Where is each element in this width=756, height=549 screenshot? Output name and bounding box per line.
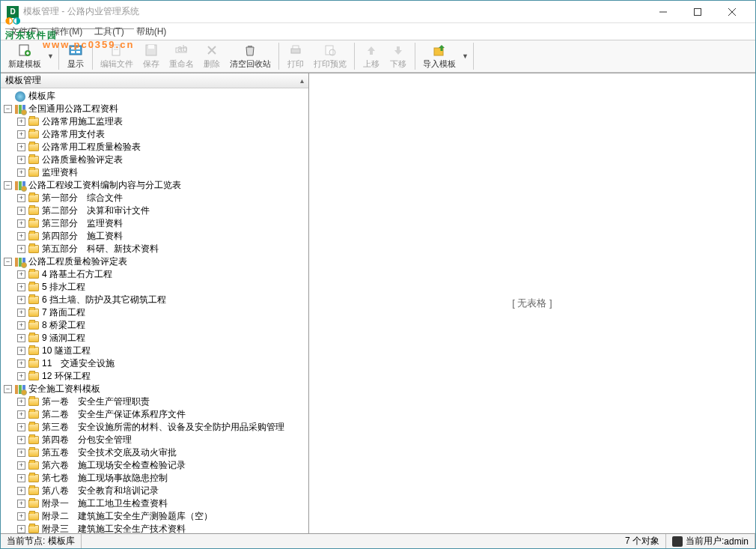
empty-recycle-button[interactable]: 清空回收站 bbox=[225, 41, 275, 71]
expand-toggle[interactable]: − bbox=[4, 181, 12, 189]
tree-root[interactable]: 模板库 bbox=[2, 90, 308, 103]
tree-folder[interactable]: +公路常用工程质量检验表 bbox=[2, 141, 308, 154]
tree-folder[interactable]: +公路常用支付表 bbox=[2, 128, 308, 141]
tree-folder[interactable]: +第七卷 施工现场事故隐患控制 bbox=[2, 472, 308, 485]
expand-toggle[interactable]: + bbox=[17, 500, 25, 508]
svg-rect-11 bbox=[71, 51, 75, 53]
folder-icon bbox=[28, 487, 39, 495]
tree-folder[interactable]: +4 路基土石方工程 bbox=[2, 268, 308, 281]
expand-toggle[interactable]: + bbox=[17, 487, 25, 495]
category-icon bbox=[15, 181, 25, 190]
expand-toggle[interactable]: + bbox=[17, 270, 25, 279]
expand-toggle[interactable]: + bbox=[17, 245, 25, 253]
tree-label: 第五卷 安全技术交底及动火审批 bbox=[42, 446, 177, 459]
template-tree[interactable]: 模板库−全国通用公路工程资料+公路常用施工监理表+公路常用支付表+公路常用工程质… bbox=[1, 88, 308, 533]
expand-toggle[interactable]: + bbox=[17, 207, 25, 215]
tree-folder[interactable]: +第六卷 施工现场安全检查检验记录 bbox=[2, 459, 308, 472]
folder-icon bbox=[28, 194, 39, 202]
expand-toggle[interactable]: + bbox=[17, 283, 25, 291]
new-template-dropdown[interactable]: ▼ bbox=[46, 52, 55, 60]
expand-toggle[interactable]: + bbox=[17, 334, 25, 342]
tree-folder[interactable]: +附录三 建筑施工安全生产技术资料 bbox=[2, 523, 308, 533]
show-button[interactable]: 显示 bbox=[62, 41, 89, 71]
expand-toggle[interactable]: + bbox=[17, 449, 25, 457]
menu-operate[interactable]: 操作(M) bbox=[45, 24, 88, 40]
tree-folder[interactable]: +第五卷 安全技术交底及动火审批 bbox=[2, 446, 308, 459]
expand-toggle[interactable]: + bbox=[17, 474, 25, 482]
tree-folder[interactable]: +7 路面工程 bbox=[2, 306, 308, 319]
tree-category[interactable]: −全国通用公路工程资料 bbox=[2, 103, 308, 115]
expand-toggle[interactable]: − bbox=[4, 258, 12, 266]
expand-toggle[interactable]: + bbox=[17, 309, 25, 317]
tree-folder[interactable]: +9 涵洞工程 bbox=[2, 332, 308, 345]
import-template-button[interactable]: 导入模板 bbox=[418, 41, 460, 71]
expand-toggle[interactable]: + bbox=[17, 372, 25, 380]
expand-toggle[interactable]: + bbox=[17, 232, 25, 240]
folder-icon bbox=[28, 207, 39, 215]
tree-folder[interactable]: +10 隧道工程 bbox=[2, 345, 308, 357]
expand-toggle[interactable]: + bbox=[17, 398, 25, 406]
tree-folder[interactable]: +第一卷 安全生产管理职责 bbox=[2, 395, 308, 408]
move-down-button: 下移 bbox=[385, 41, 412, 71]
expand-toggle[interactable]: + bbox=[17, 321, 25, 330]
tree-folder[interactable]: +5 排水工程 bbox=[2, 281, 308, 294]
tree-folder[interactable]: +第二卷 安全生产保证体系程序文件 bbox=[2, 408, 308, 421]
expand-toggle[interactable]: + bbox=[17, 156, 25, 164]
trash-icon bbox=[243, 43, 257, 58]
expand-toggle[interactable]: + bbox=[17, 169, 25, 177]
import-template-dropdown[interactable]: ▼ bbox=[460, 52, 470, 60]
tree-folder[interactable]: +附录一 施工工地卫生检查资料 bbox=[2, 497, 308, 510]
tree-label: 公路常用施工监理表 bbox=[42, 115, 123, 128]
tree-label: 7 路面工程 bbox=[42, 306, 85, 319]
maximize-button[interactable] bbox=[680, 1, 715, 23]
down-arrow-icon bbox=[391, 43, 406, 58]
tree-folder[interactable]: +第一部分 综合文件 bbox=[2, 192, 308, 204]
tree-label: 公路常用支付表 bbox=[42, 128, 105, 141]
user-icon bbox=[672, 536, 683, 547]
delete-button: 删除 bbox=[198, 41, 225, 71]
expand-toggle[interactable]: + bbox=[17, 194, 25, 202]
tree-folder[interactable]: +11 交通安全设施 bbox=[2, 357, 308, 370]
category-icon bbox=[15, 105, 25, 114]
expand-toggle[interactable]: + bbox=[17, 512, 25, 521]
tree-folder[interactable]: +第八卷 安全教育和培训记录 bbox=[2, 485, 308, 497]
minimize-button[interactable] bbox=[646, 1, 680, 23]
menu-file[interactable]: 文件(F) bbox=[4, 24, 45, 40]
tree-folder[interactable]: +第三卷 安全设施所需的材料、设备及安全防护用品采购管理 bbox=[2, 421, 308, 434]
expand-toggle[interactable]: − bbox=[4, 105, 12, 113]
expand-toggle[interactable]: + bbox=[17, 436, 25, 444]
tree-folder[interactable]: +第四卷 分包安全管理 bbox=[2, 434, 308, 446]
tree-folder[interactable]: +第五部分 科研、新技术资料 bbox=[2, 243, 308, 255]
tree-folder[interactable]: +附录二 建筑施工安全生产测验题库（空） bbox=[2, 510, 308, 523]
tree-category[interactable]: −安全施工资料模板 bbox=[2, 383, 308, 395]
expand-toggle[interactable]: + bbox=[17, 118, 25, 126]
expand-toggle[interactable]: + bbox=[17, 360, 25, 368]
close-button[interactable] bbox=[715, 1, 749, 23]
tree-folder[interactable]: +第四部分 施工资料 bbox=[2, 230, 308, 243]
tree-label: 5 排水工程 bbox=[42, 281, 85, 294]
expand-toggle[interactable]: + bbox=[17, 423, 25, 431]
expand-toggle[interactable]: + bbox=[17, 347, 25, 355]
expand-toggle[interactable]: − bbox=[4, 385, 12, 393]
expand-toggle[interactable]: + bbox=[17, 130, 25, 139]
expand-toggle[interactable]: + bbox=[17, 219, 25, 228]
tree-folder[interactable]: +6 挡土墙、防护及其它砌筑工程 bbox=[2, 294, 308, 306]
expand-toggle[interactable]: + bbox=[17, 143, 25, 151]
menu-tools[interactable]: 工具(T) bbox=[88, 24, 129, 40]
expand-toggle[interactable]: + bbox=[17, 410, 25, 419]
new-template-button[interactable]: 新建模板 bbox=[4, 41, 46, 71]
tree-folder[interactable]: +第二部分 决算和审计文件 bbox=[2, 204, 308, 217]
pane-collapse-icon[interactable]: ▴ bbox=[300, 76, 304, 85]
tree-folder[interactable]: +公路常用施工监理表 bbox=[2, 115, 308, 128]
tree-folder[interactable]: +12 环保工程 bbox=[2, 370, 308, 383]
tree-folder[interactable]: +公路质量检验评定表 bbox=[2, 154, 308, 166]
menu-help[interactable]: 帮助(H) bbox=[130, 24, 173, 40]
tree-category[interactable]: −公路工程质量检验评定表 bbox=[2, 255, 308, 268]
expand-toggle[interactable]: + bbox=[17, 296, 25, 304]
expand-toggle[interactable]: + bbox=[17, 461, 25, 470]
expand-toggle[interactable]: + bbox=[17, 525, 25, 533]
tree-folder[interactable]: +监理资料 bbox=[2, 166, 308, 179]
tree-folder[interactable]: +8 桥梁工程 bbox=[2, 319, 308, 332]
tree-category[interactable]: −公路工程竣工资料编制内容与分工览表 bbox=[2, 179, 308, 192]
tree-folder[interactable]: +第三部分 监理资料 bbox=[2, 217, 308, 230]
